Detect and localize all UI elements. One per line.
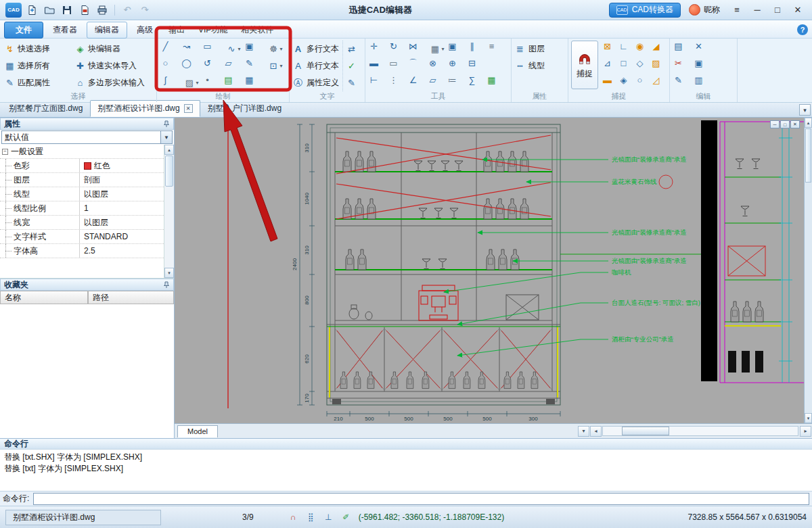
snap-extension-icon[interactable]: ◇ bbox=[634, 57, 646, 68]
scroll-down-button[interactable]: ▾ bbox=[164, 268, 174, 278]
mdi-minimize-button[interactable]: ─ bbox=[770, 120, 780, 128]
osnap-toggle-icon[interactable]: ✐ bbox=[340, 512, 352, 523]
property-row-textstyle[interactable]: 文字样式 STANDARD bbox=[0, 230, 164, 244]
snap-parallel-icon[interactable]: ○ bbox=[634, 74, 646, 85]
rectangle-icon[interactable]: ▭ bbox=[202, 41, 213, 51]
menu-tab-related[interactable]: 相关软件 bbox=[235, 22, 279, 39]
block-insert-icon[interactable]: ▣ bbox=[244, 41, 255, 51]
property-row-color[interactable]: 色彩 红色 bbox=[0, 159, 164, 173]
linetype-button[interactable]: ┅线型 bbox=[514, 57, 565, 74]
command-panel-header[interactable]: 命令行 bbox=[0, 438, 812, 450]
attribute-define-button[interactable]: Ⓐ属性定义 bbox=[292, 74, 339, 91]
line-icon[interactable]: ╱ bbox=[160, 41, 171, 51]
sketch-button[interactable]: ☸▾ bbox=[265, 41, 286, 57]
join-icon[interactable]: ⊕ bbox=[447, 57, 458, 68]
curve-icon[interactable]: ∫ bbox=[160, 74, 171, 85]
open-file-button[interactable] bbox=[42, 3, 57, 18]
fillet-icon[interactable]: ⌒ bbox=[407, 57, 419, 68]
move-icon[interactable]: ✛ bbox=[368, 41, 380, 51]
snap-toggle-button[interactable]: 捕捉 bbox=[571, 41, 598, 89]
property-section[interactable]: − 一般设置 bbox=[0, 145, 164, 159]
minimize-button[interactable]: ─ bbox=[748, 3, 766, 17]
block-editor-button[interactable]: ◈块编辑器 bbox=[73, 43, 154, 55]
dtext-button[interactable]: A单行文本 bbox=[292, 57, 339, 74]
pin-button[interactable] bbox=[163, 120, 170, 128]
polygon-entity-input-button[interactable]: ⌂多边形实体输入 bbox=[73, 76, 154, 89]
paste-icon[interactable]: ▤ bbox=[673, 41, 684, 51]
drawing-canvas[interactable]: 310 1040 310 800 620 170 2400 210 500 50… bbox=[175, 118, 804, 423]
user-account[interactable]: 昵称 bbox=[689, 4, 720, 16]
text-align-icon[interactable]: ⇄ bbox=[346, 44, 357, 55]
command-input[interactable] bbox=[33, 493, 809, 505]
print-button[interactable] bbox=[95, 3, 110, 18]
point-icon[interactable]: • bbox=[202, 74, 213, 85]
pencil-icon[interactable]: ✎ bbox=[244, 57, 255, 68]
help-button[interactable]: ? bbox=[797, 24, 808, 35]
menu-tab-vip[interactable]: VIP功能 bbox=[192, 22, 233, 39]
ellipse-icon[interactable]: ◯ bbox=[181, 57, 192, 68]
list-icon[interactable]: ≔ bbox=[447, 74, 458, 85]
scroll-left-button[interactable]: ◂ bbox=[590, 426, 602, 437]
snap-intersection-icon[interactable]: □ bbox=[618, 57, 629, 68]
snap-tangent-icon[interactable]: ▬ bbox=[602, 74, 613, 85]
cut-icon[interactable]: ✂ bbox=[673, 57, 684, 68]
edit-brush-icon[interactable]: ✎ bbox=[673, 74, 684, 85]
scroll-down-button[interactable]: ▾ bbox=[805, 413, 812, 423]
revision-cloud-icon[interactable]: ↺ bbox=[202, 57, 213, 68]
pin-button[interactable] bbox=[163, 281, 170, 289]
canvas-horizontal-scrollbar[interactable]: ▾ ◂ ▸ bbox=[578, 424, 812, 438]
snap-center-icon[interactable]: ◉ bbox=[634, 41, 646, 51]
array-button[interactable]: ▦▾ bbox=[427, 41, 447, 57]
select-all-button[interactable]: ▦选择所有 bbox=[3, 59, 73, 72]
mdi-restore-button[interactable]: □ bbox=[780, 120, 790, 128]
scroll-up-button[interactable]: ▴ bbox=[805, 118, 812, 128]
table-icon[interactable]: ▦ bbox=[244, 74, 255, 85]
scroll-up-button[interactable]: ▴ bbox=[164, 145, 174, 155]
glass-shelves[interactable] bbox=[327, 172, 560, 327]
polyline-icon[interactable]: ↝ bbox=[181, 41, 192, 51]
snap-nearest-icon[interactable]: ◈ bbox=[618, 74, 629, 85]
preset-selector[interactable]: 默认值 ▼ bbox=[0, 130, 174, 145]
hatch-button[interactable]: ▨▾ bbox=[181, 74, 202, 91]
snap-endpoint-icon[interactable]: ⊠ bbox=[602, 41, 613, 51]
maximize-button[interactable]: □ bbox=[769, 3, 786, 17]
export-pdf-button[interactable] bbox=[77, 3, 92, 18]
break-icon[interactable]: ⊟ bbox=[466, 57, 478, 68]
quick-select-button[interactable]: ↯快速选择 bbox=[3, 43, 73, 55]
collapse-panel-button[interactable]: ▾ bbox=[578, 426, 589, 437]
snap-midpoint-icon[interactable]: ∟ bbox=[618, 41, 629, 51]
scrollbar-track[interactable] bbox=[602, 426, 798, 436]
rectangle-fill-icon[interactable]: ▬ bbox=[368, 57, 380, 68]
offset-icon[interactable]: ∥ bbox=[466, 41, 478, 51]
menu-tab-editor[interactable]: 编辑器 bbox=[87, 22, 127, 39]
tab-close-button[interactable]: ✕ bbox=[184, 104, 193, 113]
scrollbar-thumb[interactable] bbox=[622, 427, 669, 435]
properties-scrollbar[interactable]: ▴ ▾ bbox=[164, 145, 174, 278]
snap-quadrant-icon[interactable]: ⊿ bbox=[602, 57, 613, 68]
measure-distance-icon[interactable]: ⊢ bbox=[368, 74, 380, 85]
mirror-icon[interactable]: ⋈ bbox=[407, 41, 419, 51]
cabinet-elevation[interactable]: 310 1040 310 800 620 170 2400 210 500 50… bbox=[292, 124, 560, 422]
property-row-layer[interactable]: 图层 剖面 bbox=[0, 173, 164, 187]
text-edit-icon[interactable]: ✎ bbox=[346, 78, 357, 89]
measure-angle-icon[interactable]: ∠ bbox=[407, 74, 419, 85]
menu-tab-viewer[interactable]: 查看器 bbox=[45, 22, 85, 39]
canvas-vertical-scrollbar[interactable]: ▴ ▾ bbox=[804, 118, 812, 423]
clipboard-icon[interactable]: ▥ bbox=[693, 74, 704, 85]
save-button[interactable] bbox=[60, 3, 74, 18]
preset-dropdown-button[interactable]: ▼ bbox=[161, 130, 173, 144]
snap-magnet-icon[interactable]: ∩ bbox=[288, 512, 299, 523]
divide-icon[interactable]: ⋮ bbox=[388, 74, 399, 85]
cad-converter-button[interactable]: CAD CAD转换器 bbox=[609, 3, 681, 18]
region-icon[interactable]: ▦ bbox=[486, 74, 497, 85]
mtext-button[interactable]: A多行文本 bbox=[292, 41, 339, 57]
rectangle-outline-icon[interactable]: ▭ bbox=[388, 57, 399, 68]
snap-insertion-icon[interactable]: ◿ bbox=[650, 74, 662, 85]
spell-check-icon[interactable]: ✓ bbox=[346, 61, 357, 72]
doc-tab-wine-cabinet[interactable]: 别墅酒柜设计详图.dwg ✕ bbox=[90, 100, 200, 117]
snap-node-icon[interactable]: ◢ bbox=[650, 41, 662, 51]
ruler-icon[interactable]: ≡ bbox=[486, 41, 497, 51]
property-row-ltscale[interactable]: 线型比例 1 bbox=[0, 201, 164, 216]
delete-icon[interactable]: ✕ bbox=[693, 41, 704, 51]
copy-object-icon[interactable]: ▣ bbox=[447, 41, 458, 51]
